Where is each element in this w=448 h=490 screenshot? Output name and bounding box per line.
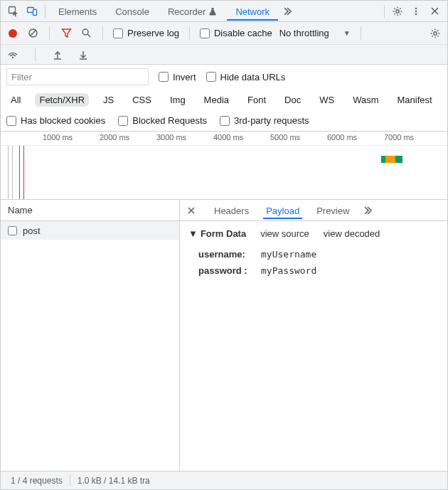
hide-data-urls-label: Hide data URLs [220, 72, 286, 82]
timeline-ticks: 1000 ms 2000 ms 3000 ms 4000 ms 5000 ms … [1, 132, 447, 146]
preserve-log-input[interactable] [113, 28, 123, 38]
disable-cache-label: Disable cache [214, 28, 272, 38]
tab-console[interactable]: Console [107, 2, 158, 21]
filter-ws[interactable]: WS [315, 93, 338, 107]
svg-point-12 [12, 56, 14, 58]
clear-icon[interactable] [26, 27, 39, 40]
filter-icon[interactable] [60, 27, 73, 40]
tab-recorder[interactable]: Recorder [159, 2, 225, 21]
export-har-icon[interactable] [77, 48, 90, 61]
blocked-requests-label: Blocked Requests [132, 115, 207, 126]
request-rows: post [1, 221, 179, 471]
detail-tab-headers[interactable]: Headers [211, 201, 252, 219]
form-data-key: password : [198, 265, 257, 276]
svg-point-11 [434, 31, 437, 34]
search-icon[interactable] [80, 27, 92, 40]
request-name: post [23, 225, 41, 236]
form-data-value: myUsername [261, 249, 316, 260]
filter-input[interactable] [6, 68, 149, 85]
separator [361, 27, 361, 40]
network-conditions-icon[interactable] [6, 48, 19, 61]
hide-data-urls-checkbox[interactable]: Hide data URLs [206, 72, 286, 82]
invert-input[interactable] [159, 72, 169, 82]
filter-media[interactable]: Media [200, 93, 233, 107]
main-split: Name post Headers Payload Preview [1, 200, 447, 471]
close-devtools-icon[interactable] [426, 3, 443, 20]
svg-rect-2 [33, 9, 37, 15]
form-data-label: Form Data [201, 228, 246, 239]
third-party-checkbox[interactable]: 3rd-party requests [220, 115, 309, 126]
third-party-input[interactable] [220, 116, 230, 126]
form-data-key: username: [198, 249, 257, 260]
separator [102, 27, 103, 40]
has-blocked-cookies-checkbox[interactable]: Has blocked cookies [6, 115, 105, 126]
filter-font[interactable]: Font [243, 93, 270, 107]
filter-doc[interactable]: Doc [280, 93, 305, 107]
filter-manifest[interactable]: Manifest [393, 93, 436, 107]
form-data-value: myPassword [261, 265, 316, 276]
detail-tabs: Headers Payload Preview [180, 200, 447, 221]
hide-data-urls-input[interactable] [206, 72, 216, 82]
more-tabs-icon[interactable] [279, 3, 297, 20]
form-data-toggle[interactable]: ▼ Form Data [188, 228, 246, 239]
tab-elements[interactable]: Elements [50, 2, 105, 21]
device-toolbar-icon[interactable] [23, 3, 41, 20]
timeline-marker [12, 146, 13, 199]
status-bar: 1 / 4 requests 1.0 kB / 14.1 kB tra [1, 471, 447, 489]
detail-tab-preview[interactable]: Preview [314, 201, 352, 219]
more-detail-tabs-icon[interactable] [363, 206, 376, 215]
tab-network[interactable]: Network [227, 2, 278, 21]
import-har-icon[interactable] [51, 48, 64, 61]
view-source-link[interactable]: view source [260, 228, 309, 239]
separator [384, 5, 385, 18]
tick-label: 1000 ms [43, 133, 73, 142]
timeline-marker [8, 146, 9, 199]
tick-label: 2000 ms [100, 133, 129, 142]
filter-fetch-xhr[interactable]: Fetch/XHR [35, 93, 89, 107]
domcontentloaded-marker [19, 146, 20, 199]
view-decoded-link[interactable]: view decoded [324, 228, 380, 239]
blocked-requests-checkbox[interactable]: Blocked Requests [118, 115, 207, 126]
preserve-log-checkbox[interactable]: Preserve log [113, 28, 179, 38]
network-settings-icon[interactable] [429, 27, 442, 40]
close-detail-icon[interactable] [187, 206, 200, 215]
timeline-overview[interactable]: 1000 ms 2000 ms 3000 ms 4000 ms 5000 ms … [1, 132, 447, 200]
request-list-header[interactable]: Name [1, 200, 179, 221]
filter-img[interactable]: Img [166, 93, 190, 107]
detail-tab-payload[interactable]: Payload [263, 201, 302, 219]
request-bar-inner [385, 156, 395, 163]
separator [35, 48, 36, 61]
svg-point-4 [415, 7, 417, 9]
svg-point-3 [396, 9, 399, 12]
disable-cache-checkbox[interactable]: Disable cache [200, 28, 272, 38]
filter-row: Invert Hide data URLs [1, 65, 447, 89]
tab-recorder-label: Recorder [168, 6, 206, 17]
filter-js[interactable]: JS [99, 93, 118, 107]
svg-line-10 [87, 34, 90, 37]
kebab-menu-icon[interactable] [407, 3, 425, 20]
tick-label: 6000 ms [327, 133, 357, 142]
filter-css[interactable]: CSS [128, 93, 156, 107]
settings-icon[interactable] [389, 3, 406, 20]
disable-cache-input[interactable] [200, 28, 210, 38]
throttling-select[interactable]: No throttling ▼ [279, 28, 351, 38]
third-party-label: 3rd-party requests [234, 115, 309, 126]
devtools-root: Elements Console Recorder Network [0, 0, 448, 490]
request-detail-pane: Headers Payload Preview ▼ Form Data view… [180, 200, 447, 471]
record-button[interactable] [6, 27, 19, 40]
has-blocked-cookies-input[interactable] [6, 116, 16, 126]
blocked-requests-input[interactable] [118, 116, 128, 126]
blocked-filter-row: Has blocked cookies Blocked Requests 3rd… [1, 110, 447, 132]
filter-wasm[interactable]: Wasm [348, 93, 383, 107]
flask-icon [208, 7, 217, 16]
request-row-checkbox[interactable] [8, 226, 17, 235]
status-requests: 1 / 4 requests [4, 476, 70, 486]
separator [49, 27, 50, 40]
svg-point-6 [415, 13, 417, 15]
triangle-down-icon: ▼ [188, 228, 198, 239]
inspect-icon[interactable] [5, 3, 22, 20]
filter-all[interactable]: All [6, 93, 25, 107]
invert-checkbox[interactable]: Invert [159, 72, 196, 82]
request-row[interactable]: post [1, 221, 179, 240]
form-data-entry: username: myUsername [188, 246, 439, 262]
